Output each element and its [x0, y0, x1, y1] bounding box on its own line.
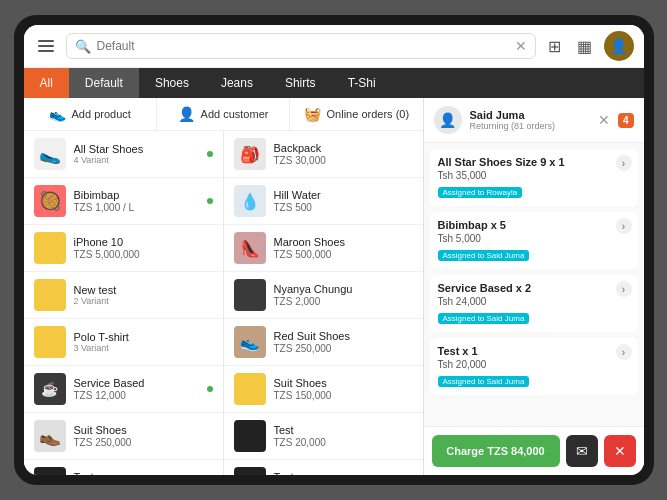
user-avatar-button[interactable]: 👤 — [604, 31, 634, 61]
product-info: Nyanya Chungu TZS 2,000 — [274, 283, 413, 307]
list-item[interactable]: Test TZS 20,000 — [224, 413, 423, 460]
cart-item: › Service Based x 2 Tsh 24,000 Assigned … — [430, 275, 638, 332]
list-item[interactable]: Test TZS 20,000 — [224, 460, 423, 475]
product-info: Suit Shoes TZS 250,000 — [74, 424, 213, 448]
tab-shirts[interactable]: Shirts — [269, 68, 332, 98]
product-name: Test — [74, 471, 199, 475]
product-name: Polo T-shirt — [74, 331, 213, 343]
tablet-screen: 🔍 ✕ ⊞ ▦ 👤 All Default Shoes Jeans Shirts… — [24, 25, 644, 475]
product-price: TZS 30,000 — [274, 155, 413, 166]
product-price: TZS 20,000 — [274, 437, 413, 448]
remove-item-button[interactable]: › — [616, 218, 632, 234]
customer-name: Said Juma — [470, 109, 590, 121]
tab-default[interactable]: Default — [69, 68, 139, 98]
tab-jeans[interactable]: Jeans — [205, 68, 269, 98]
tab-tshi[interactable]: T-Shi — [332, 68, 392, 98]
product-info: Test TZS 20,000 — [274, 424, 413, 448]
product-thumbnail: ☕ — [34, 373, 66, 405]
online-orders-button[interactable]: 🧺 Online orders (0) — [290, 98, 422, 130]
list-item[interactable]: 🎒 Backpack TZS 30,000 — [224, 131, 423, 178]
product-thumbnail: 🥿 — [34, 138, 66, 170]
product-info: Hill Water TZS 500 — [274, 189, 413, 213]
cart-footer: Charge TZS 84,000 ✉ ✕ — [424, 426, 644, 475]
add-customer-icon: 👤 — [178, 106, 195, 122]
list-item[interactable]: 👟 Red Suit Shoes TZS 250,000 — [224, 319, 423, 366]
online-orders-icon: 🧺 — [304, 106, 321, 122]
product-name: New test — [74, 284, 213, 296]
product-thumbnail: 🎒 — [234, 138, 266, 170]
action-bar: 👟 Add product 👤 Add customer 🧺 Online or… — [24, 98, 423, 131]
list-item[interactable]: Polo T-shirt 3 Variant — [24, 319, 223, 366]
product-thumbnail — [34, 326, 66, 358]
product-name: Backpack — [274, 142, 413, 154]
product-name: iPhone 10 — [74, 236, 213, 248]
barcode-button[interactable]: ▦ — [573, 33, 596, 60]
remove-item-button[interactable]: › — [616, 344, 632, 360]
product-name: Suit Shoes — [274, 377, 413, 389]
active-dot — [207, 198, 213, 204]
cart-item-tag: Assigned to Said Juma — [438, 313, 530, 324]
product-price: TZS 500 — [274, 202, 413, 213]
product-price: TZS 500,000 — [274, 249, 413, 260]
list-item[interactable]: Suit Shoes TZS 150,000 — [224, 366, 423, 413]
search-icon: 🔍 — [75, 39, 91, 54]
tab-all[interactable]: All — [24, 68, 69, 98]
cart-item: › Bibimbap x 5 Tsh 5,000 Assigned to Sai… — [430, 212, 638, 269]
product-info: Backpack TZS 30,000 — [274, 142, 413, 166]
product-thumbnail — [34, 467, 66, 475]
customer-sub: Returning (81 orders) — [470, 121, 590, 131]
charge-button[interactable]: Charge TZS 84,000 — [432, 435, 560, 467]
product-thumbnail: 🥘 — [34, 185, 66, 217]
add-product-button[interactable]: 👟 Add product — [24, 98, 157, 130]
cart-panel: 👤 Said Juma Returning (81 orders) ✕ 4 › … — [424, 98, 644, 475]
clear-search-button[interactable]: ✕ — [515, 38, 527, 54]
list-item[interactable]: Nyanya Chungu TZS 2,000 — [224, 272, 423, 319]
product-variant: 2 Variant — [74, 296, 213, 306]
search-input[interactable] — [97, 39, 509, 53]
add-product-icon: 👟 — [49, 106, 66, 122]
product-info: Red Suit Shoes TZS 250,000 — [274, 330, 413, 354]
cart-item: › All Star Shoes Size 9 x 1 Tsh 35,000 A… — [430, 149, 638, 206]
grid-view-button[interactable]: ⊞ — [544, 33, 565, 60]
product-area: 👟 Add product 👤 Add customer 🧺 Online or… — [24, 98, 424, 475]
tab-shoes[interactable]: Shoes — [139, 68, 205, 98]
cancel-button[interactable]: ✕ — [604, 435, 636, 467]
cart-item-price: Tsh 20,000 — [438, 359, 630, 370]
customer-avatar: 👤 — [434, 106, 462, 134]
list-item[interactable]: 🥿 All Star Shoes 4 Variant — [24, 131, 223, 178]
list-item[interactable]: 👞 Suit Shoes TZS 250,000 — [24, 413, 223, 460]
list-item[interactable]: 💧 Hill Water TZS 500 — [224, 178, 423, 225]
product-column-left: 🥿 All Star Shoes 4 Variant 🥘 Bibimbap — [24, 131, 224, 475]
cart-item-price: Tsh 24,000 — [438, 296, 630, 307]
cart-item-price: Tsh 35,000 — [438, 170, 630, 181]
product-info: Polo T-shirt 3 Variant — [74, 331, 213, 353]
list-item[interactable]: New test 2 Variant — [24, 272, 223, 319]
list-item[interactable]: 🥘 Bibimbap TZS 1,000 / L — [24, 178, 223, 225]
add-customer-label: Add customer — [201, 108, 269, 120]
cart-item-name: Bibimbap x 5 — [438, 219, 630, 231]
cart-close-button[interactable]: ✕ — [598, 112, 610, 128]
customer-info: Said Juma Returning (81 orders) — [470, 109, 590, 131]
active-dot — [207, 386, 213, 392]
product-name: Suit Shoes — [74, 424, 213, 436]
product-name: Service Based — [74, 377, 199, 389]
product-thumbnail: 👟 — [234, 326, 266, 358]
list-item[interactable]: 👠 Maroon Shoes TZS 500,000 — [224, 225, 423, 272]
hamburger-button[interactable] — [34, 36, 58, 56]
product-price: TZS 1,000 / L — [74, 202, 199, 213]
email-button[interactable]: ✉ — [566, 435, 598, 467]
product-name: All Star Shoes — [74, 143, 199, 155]
list-item[interactable]: ☕ Service Based TZS 12,000 — [24, 366, 223, 413]
product-name: Bibimbap — [74, 189, 199, 201]
remove-item-button[interactable]: › — [616, 281, 632, 297]
add-customer-button[interactable]: 👤 Add customer — [157, 98, 290, 130]
cart-item-tag: Assigned to Said Juma — [438, 376, 530, 387]
product-thumbnail — [234, 373, 266, 405]
search-box: 🔍 ✕ — [66, 33, 536, 59]
product-name: Red Suit Shoes — [274, 330, 413, 342]
list-item[interactable]: Test TZS 20,000 — [24, 460, 223, 475]
active-dot — [207, 151, 213, 157]
remove-item-button[interactable]: › — [616, 155, 632, 171]
list-item[interactable]: iPhone 10 TZS 5,000,000 — [24, 225, 223, 272]
product-price: TZS 12,000 — [74, 390, 199, 401]
